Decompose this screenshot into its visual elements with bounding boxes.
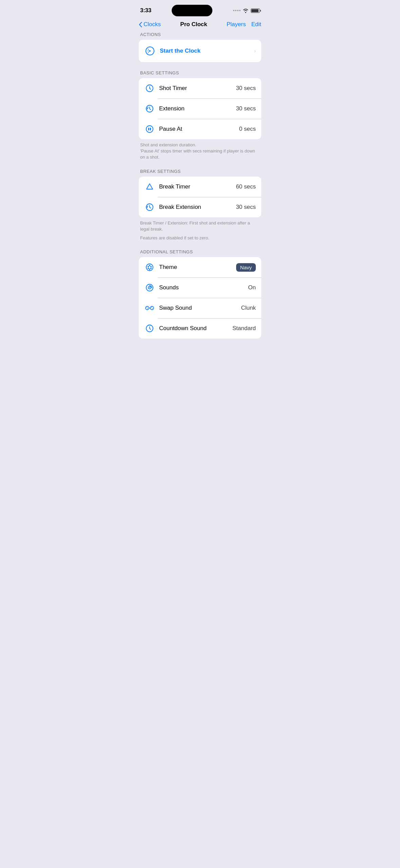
basic-settings-card: Shot Timer 30 secs Extension 30 secs — [139, 78, 261, 139]
actions-card: Start the Clock › — [139, 40, 261, 62]
break-timer-icon — [144, 181, 155, 192]
additional-settings-card: Theme Navy Sounds On — [139, 257, 261, 339]
sounds-value: On — [248, 284, 256, 291]
sounds-label: Sounds — [159, 284, 248, 291]
shot-timer-value: 30 secs — [236, 85, 256, 92]
nav-right-actions: Players Edit — [227, 21, 261, 28]
break-extension-label: Break Extension — [159, 204, 236, 211]
additional-settings-label: ADDITIONAL SETTINGS — [133, 249, 267, 257]
back-label: Clocks — [144, 21, 161, 28]
svg-point-19 — [147, 307, 147, 308]
svg-point-17 — [146, 306, 149, 310]
back-button[interactable]: Clocks — [139, 21, 161, 28]
status-icons — [233, 8, 260, 13]
edit-button[interactable]: Edit — [251, 21, 261, 28]
countdown-sound-row[interactable]: Countdown Sound Standard — [139, 318, 261, 339]
sounds-icon — [144, 282, 155, 293]
basic-settings-hint: Shot and extension duration.'Pause At' s… — [133, 139, 267, 166]
break-timer-row[interactable]: Break Timer 60 secs — [139, 177, 261, 197]
actions-section-label: ACTIONS — [133, 32, 267, 40]
additional-settings-section: ADDITIONAL SETTINGS Theme Navy — [133, 249, 267, 339]
swap-sound-icon — [144, 303, 155, 313]
shot-timer-row[interactable]: Shot Timer 30 secs — [139, 78, 261, 98]
sounds-row[interactable]: Sounds On — [139, 277, 261, 298]
theme-icon — [144, 262, 155, 273]
break-timer-label: Break Timer — [159, 183, 236, 190]
page-title: Pro Clock — [180, 21, 207, 28]
start-clock-row[interactable]: Start the Clock › — [139, 40, 261, 62]
svg-point-12 — [149, 269, 150, 270]
svg-point-20 — [147, 308, 148, 309]
countdown-sound-icon — [144, 323, 155, 334]
theme-label: Theme — [159, 264, 236, 271]
extension-label: Extension — [159, 105, 236, 112]
dynamic-island — [172, 5, 212, 16]
actions-section: ACTIONS Start the Clock › — [133, 32, 267, 62]
svg-point-21 — [151, 307, 152, 308]
break-settings-card: Break Timer 60 secs Break Extension 30 s… — [139, 177, 261, 217]
extension-row[interactable]: Extension 30 secs — [139, 98, 261, 119]
shot-timer-icon — [144, 83, 155, 94]
pause-at-label: Pause At — [159, 126, 239, 132]
extension-icon — [144, 103, 155, 114]
countdown-sound-label: Countdown Sound — [159, 325, 232, 332]
svg-point-11 — [150, 268, 152, 269]
nav-bar: Clocks Pro Clock Players Edit — [133, 18, 267, 32]
countdown-sound-value: Standard — [232, 325, 256, 332]
theme-value: Navy — [236, 263, 256, 272]
status-time: 3:33 — [140, 7, 151, 14]
break-settings-section: BREAK SETTINGS Break Timer 60 secs — [133, 169, 267, 247]
svg-rect-5 — [150, 128, 151, 130]
signal-icon — [233, 10, 241, 11]
pause-icon — [144, 124, 155, 134]
pause-at-row[interactable]: Pause At 0 secs — [139, 119, 261, 139]
swap-sound-row[interactable]: Swap Sound Clunk — [139, 298, 261, 318]
break-settings-label: BREAK SETTINGS — [133, 169, 267, 177]
battery-icon — [251, 8, 260, 13]
break-settings-hint1: Break Timer / Extension: First shot and … — [133, 217, 267, 238]
break-extension-row[interactable]: Break Extension 30 secs — [139, 197, 261, 217]
svg-point-3 — [146, 126, 153, 132]
break-extension-value: 30 secs — [236, 204, 256, 211]
break-settings-hint2: Features are disabled if set to zero. — [133, 235, 267, 247]
start-clock-icon — [144, 45, 156, 57]
chevron-right-icon: › — [254, 48, 256, 54]
svg-point-10 — [150, 266, 152, 267]
svg-point-9 — [149, 265, 150, 266]
basic-settings-label: BASIC SETTINGS — [133, 70, 267, 78]
break-timer-value: 60 secs — [236, 183, 256, 190]
svg-point-22 — [152, 308, 153, 309]
status-bar: 3:33 — [133, 0, 267, 18]
break-extension-icon — [144, 202, 155, 213]
extension-value: 30 secs — [236, 105, 256, 112]
svg-point-18 — [150, 306, 154, 310]
start-clock-label: Start the Clock — [160, 48, 251, 54]
svg-point-13 — [148, 268, 149, 269]
swap-sound-label: Swap Sound — [159, 305, 241, 311]
wifi-icon — [243, 8, 249, 13]
svg-point-16 — [149, 287, 150, 288]
pause-at-value: 0 secs — [239, 126, 256, 132]
basic-settings-section: BASIC SETTINGS Shot Timer 30 secs — [133, 70, 267, 166]
svg-point-8 — [148, 266, 149, 267]
svg-rect-4 — [148, 128, 149, 130]
players-button[interactable]: Players — [227, 21, 246, 28]
shot-timer-label: Shot Timer — [159, 85, 236, 92]
swap-sound-value: Clunk — [241, 305, 256, 311]
theme-row[interactable]: Theme Navy — [139, 257, 261, 277]
